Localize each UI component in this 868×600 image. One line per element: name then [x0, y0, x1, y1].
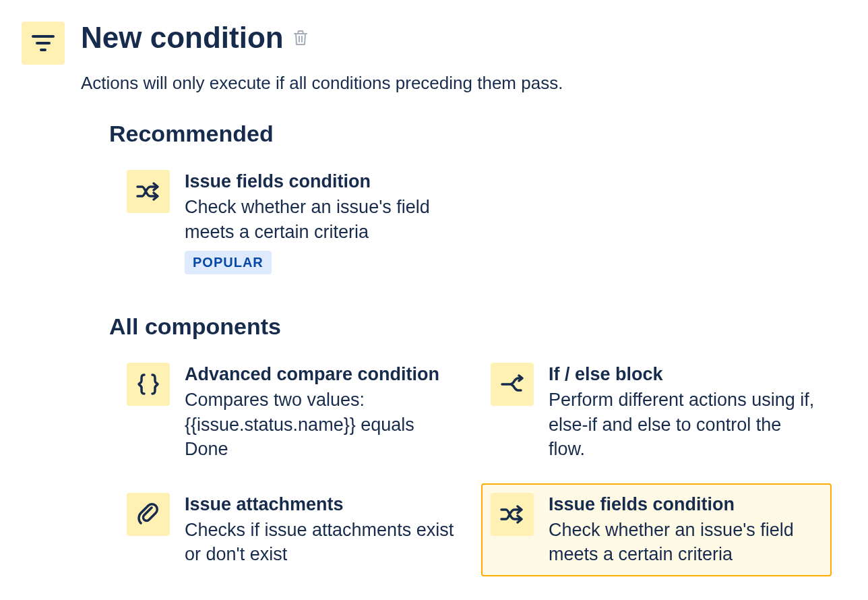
card-issue-fields-condition[interactable]: Issue fields condition Check whether an … — [117, 160, 468, 284]
popular-badge: POPULAR — [185, 251, 272, 274]
branch-icon — [491, 363, 534, 406]
page-title: New condition — [81, 22, 284, 54]
recommended-section: Recommended Issue fields condition Check… — [109, 121, 846, 284]
card-title: If / else block — [549, 363, 822, 386]
all-components-section: All components Advanced compare conditio… — [109, 313, 846, 576]
card-description: Check whether an issue's field meets a c… — [185, 195, 458, 244]
header-main: New condition Actions will only execute … — [81, 22, 846, 94]
card-description: Perform different actions using if, else… — [549, 388, 822, 461]
card-issue-fields-condition-selected[interactable]: Issue fields condition Check whether an … — [481, 483, 832, 576]
card-description: Checks if issue attachments exist or don… — [185, 518, 458, 567]
card-title: Issue attachments — [185, 493, 458, 516]
recommended-heading: Recommended — [109, 121, 846, 147]
header: New condition Actions will only execute … — [22, 22, 846, 94]
card-title: Issue fields condition — [549, 493, 822, 516]
trash-icon — [293, 30, 308, 46]
card-title: Issue fields condition — [185, 170, 458, 193]
page-subtitle: Actions will only execute if all conditi… — [81, 73, 846, 94]
card-advanced-compare-condition[interactable]: Advanced compare condition Compares two … — [117, 353, 468, 471]
shuffle-icon — [491, 493, 534, 536]
card-if-else-block[interactable]: If / else block Perform different action… — [481, 353, 832, 471]
card-issue-attachments[interactable]: Issue attachments Checks if issue attach… — [117, 483, 468, 576]
delete-button[interactable] — [293, 30, 308, 46]
attachment-icon — [127, 493, 170, 536]
all-components-heading: All components — [109, 313, 846, 340]
card-description: Check whether an issue's field meets a c… — [549, 518, 822, 567]
filter-icon — [22, 22, 65, 65]
braces-icon — [127, 363, 170, 406]
shuffle-icon — [127, 170, 170, 213]
card-description: Compares two values: {{issue.status.name… — [185, 388, 458, 461]
card-title: Advanced compare condition — [185, 363, 458, 386]
